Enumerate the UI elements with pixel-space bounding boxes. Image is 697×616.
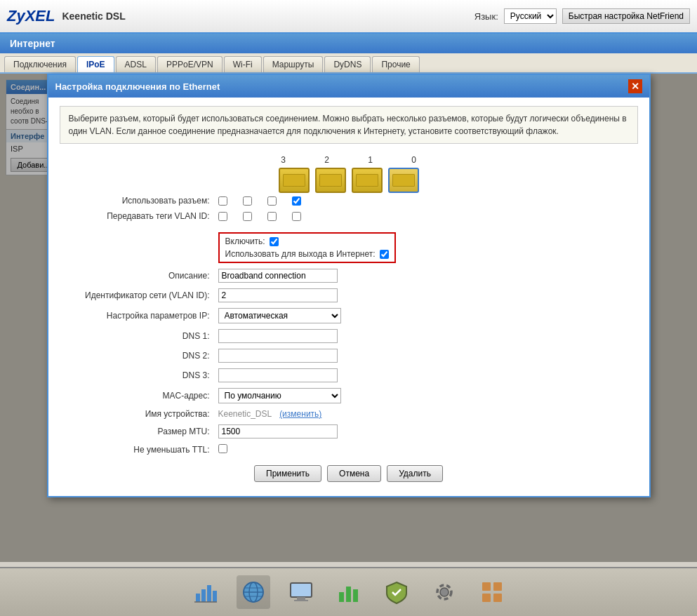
description-label: Описание:: [60, 266, 214, 286]
vlan-id-input[interactable]: [218, 288, 338, 302]
svg-rect-21: [493, 594, 502, 602]
dns2-label: DNS 2:: [60, 346, 214, 366]
logo-subtitle: Keenetic DSL: [62, 11, 125, 22]
description-value: [214, 266, 638, 286]
mtu-row: Размер MTU:: [60, 422, 638, 441]
port-label-2: 2: [312, 155, 343, 165]
vlan-1-checkbox[interactable]: [267, 212, 277, 221]
modal-dialog: Настройка подключения по Ethernet ✕ Выбе…: [47, 74, 651, 497]
svg-rect-12: [294, 600, 308, 601]
taskbar-monitor-icon[interactable]: [284, 575, 318, 609]
taskbar-gear-icon[interactable]: [427, 575, 461, 609]
port-2-icon: [315, 168, 346, 193]
port-3-icon: [279, 168, 310, 193]
tab-connections[interactable]: Подключения: [4, 56, 76, 72]
device-name-row: Имя устройства: Keenetic_DSL (изменить): [60, 406, 638, 422]
modal-overlay: Настройка подключения по Ethernet ✕ Выбе…: [0, 74, 697, 562]
vlan-2-checkbox[interactable]: [243, 212, 252, 221]
modal-close-button[interactable]: ✕: [628, 79, 642, 93]
main-content: Соедин... Соединя необхо в соотв DNS-ce …: [0, 74, 697, 562]
ip-settings-label: Настройка параметров IP:: [60, 305, 214, 326]
page-title: Интернет: [0, 34, 697, 53]
ip-settings-value: Автоматическая: [214, 305, 638, 326]
apply-button[interactable]: Применить: [254, 465, 321, 482]
device-name-label: Имя устройства:: [60, 406, 214, 422]
change-link[interactable]: (изменить): [279, 409, 321, 419]
mtu-value: [214, 422, 638, 441]
ports-row: [60, 168, 638, 193]
enable-internet-row: Включить: Использовать для выхода в Инте…: [60, 229, 638, 266]
port-3-checkbox[interactable]: [218, 196, 227, 206]
svg-rect-3: [213, 591, 217, 602]
port-label-1: 1: [355, 155, 386, 165]
svg-rect-11: [297, 597, 305, 600]
taskbar: [0, 567, 697, 616]
vlan-label: Передавать теги VLAN ID:: [60, 208, 214, 224]
vlan-0-checkbox[interactable]: [292, 212, 301, 221]
svg-rect-10: [291, 583, 312, 597]
ttl-checkbox[interactable]: [218, 444, 227, 453]
tab-pppoe[interactable]: PPPoE/VPN: [157, 56, 223, 72]
ttl-label: Не уменьшать TTL:: [60, 441, 214, 458]
modal-body: Выберите разъем, который будет использов…: [48, 98, 649, 496]
port-labels: 3 2 1 0: [60, 155, 638, 165]
ip-settings-select[interactable]: Автоматическая: [218, 308, 341, 323]
dns1-row: DNS 1:: [60, 326, 638, 346]
svg-rect-0: [196, 594, 200, 602]
taskbar-chart-icon[interactable]: [189, 575, 223, 609]
enable-checkbox[interactable]: [270, 237, 279, 246]
port-0-checkbox[interactable]: [292, 196, 301, 206]
dns2-input[interactable]: [218, 349, 338, 363]
delete-button[interactable]: Удалить: [387, 465, 443, 482]
dns1-input[interactable]: [218, 329, 338, 343]
svg-rect-14: [346, 587, 351, 602]
highlight-area: Включить: Использовать для выхода в Инте…: [214, 229, 638, 266]
port-2-checkbox[interactable]: [243, 196, 252, 206]
taskbar-globe-icon[interactable]: [237, 575, 270, 609]
modal-title-text: Настройка подключения по Ethernet: [55, 81, 220, 92]
taskbar-shield-icon[interactable]: [380, 575, 413, 609]
dns1-value: [214, 326, 638, 346]
port-1-icon: [352, 168, 383, 193]
info-box: Выберите разъем, который будет использов…: [60, 106, 638, 144]
enable-label: Включить:: [225, 236, 265, 246]
port-0-icon: [388, 168, 419, 193]
device-name-value: Keenetic_DSL (изменить): [214, 406, 638, 422]
lang-label: Язык:: [474, 11, 498, 22]
mac-select[interactable]: По умолчанию: [218, 388, 341, 403]
internet-label: Использовать для выхода в Интернет:: [225, 249, 376, 259]
description-input[interactable]: [218, 269, 338, 283]
dns2-value: [214, 346, 638, 366]
tab-other[interactable]: Прочие: [372, 56, 419, 72]
vlan-id-row: Идентификатор сети (VLAN ID):: [60, 286, 638, 305]
tab-dydns[interactable]: DyDNS: [324, 56, 371, 72]
netfriend-button[interactable]: Быстрая настройка NetFriend: [562, 8, 690, 24]
tab-bar: Подключения IPoE ADSL PPPoE/VPN Wi-Fi Ма…: [0, 53, 697, 74]
dns3-value: [214, 366, 638, 385]
settings-form: Использовать разъем: Передават: [60, 193, 638, 458]
mtu-label: Размер MTU:: [60, 422, 214, 441]
tab-wifi[interactable]: Wi-Fi: [224, 56, 262, 72]
port-1-checkbox[interactable]: [267, 196, 277, 206]
vlan-id-label: Идентификатор сети (VLAN ID):: [60, 286, 214, 305]
taskbar-bar-icon[interactable]: [332, 575, 366, 609]
svg-rect-19: [493, 582, 502, 591]
svg-rect-13: [339, 592, 344, 602]
internet-checkbox[interactable]: [380, 250, 389, 259]
svg-rect-1: [201, 589, 206, 602]
tab-ipoe[interactable]: IPoE: [77, 56, 114, 72]
cancel-button[interactable]: Отмена: [327, 465, 381, 482]
use-port-checkboxes: [214, 193, 638, 208]
tab-adsl[interactable]: ADSL: [116, 56, 156, 72]
mtu-input[interactable]: [218, 424, 338, 438]
lang-select[interactable]: Русский: [504, 8, 557, 24]
dns3-input[interactable]: [218, 368, 338, 382]
vlan-row: Передавать теги VLAN ID:: [60, 208, 638, 224]
vlan-id-value: [214, 286, 638, 305]
button-row: Применить Отмена Удалить: [60, 458, 638, 488]
mac-label: MAC-адрес:: [60, 385, 214, 406]
vlan-3-checkbox[interactable]: [218, 212, 227, 221]
taskbar-grid-icon[interactable]: [475, 575, 509, 609]
tab-routes[interactable]: Маршруты: [263, 56, 324, 72]
svg-rect-20: [482, 594, 491, 602]
